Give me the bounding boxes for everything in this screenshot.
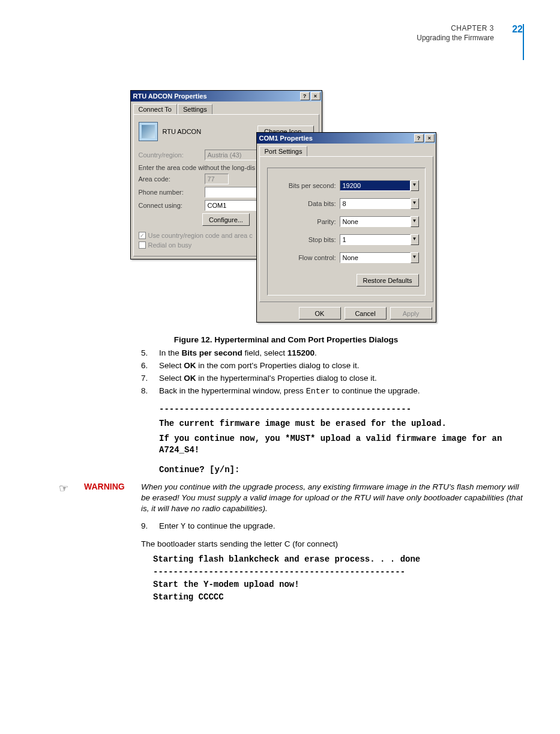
figure-12: RTU ADCON Properties ? × Connect To Sett… [48, 90, 524, 330]
areacode-field: 77 [205, 174, 229, 184]
redial-checkbox [139, 241, 146, 249]
warning-icon: ☞ [48, 482, 84, 515]
step-number: 9. [141, 521, 159, 533]
step-number: 6. [141, 360, 159, 372]
redial-label: Redial on busy [148, 241, 192, 249]
cancel-button[interactable]: Cancel [345, 307, 387, 320]
country-label: Country/region: [139, 151, 205, 159]
step-number: 8. [141, 386, 159, 398]
chapter-label: CHAPTER 3 [48, 24, 494, 32]
bps-select[interactable]: 19200 [340, 180, 411, 191]
step-number: 5. [141, 348, 159, 359]
chapter-subtitle: Upgrading the Firmware [48, 34, 494, 42]
figure-caption: Figure 12. Hyperterminal and Com Port Pr… [48, 335, 524, 344]
configure-button[interactable]: Configure... [202, 213, 250, 226]
tab-connect-to[interactable]: Connect To [133, 104, 177, 114]
databits-label: Data bits: [274, 200, 340, 207]
warning-label: WARNING [84, 482, 141, 515]
bps-label: Bits per second: [274, 182, 340, 189]
step-6: Select OK in the com port's Properties d… [159, 360, 524, 372]
flow-select[interactable]: None [340, 252, 411, 263]
flow-label: Flow control: [274, 254, 340, 261]
dialog-title: COM1 Properties [259, 135, 313, 142]
dialog-title: RTU ADCON Properties [133, 93, 207, 100]
terminal-output-2: Starting flash blankcheck and erase proc… [153, 553, 524, 604]
terminal-output-1: ----------------------------------------… [159, 404, 524, 476]
dropdown-icon[interactable]: ▼ [411, 234, 419, 245]
step-7: Select OK in the hyperterminal's Propert… [159, 373, 524, 384]
connection-icon [139, 122, 158, 141]
ok-button[interactable]: OK [299, 307, 341, 320]
stopbits-label: Stop bits: [274, 236, 340, 243]
step-number: 7. [141, 373, 159, 384]
use-country-checkbox: ✓ [139, 232, 146, 239]
step-8: Back in the hyperterminal window, press … [159, 386, 524, 398]
help-button[interactable]: ? [414, 134, 424, 142]
dropdown-icon[interactable]: ▼ [411, 198, 419, 209]
stopbits-select[interactable]: 1 [340, 234, 411, 245]
close-button[interactable]: × [425, 134, 435, 142]
warning-text: When you continue with the upgrade proce… [141, 482, 524, 515]
parity-label: Parity: [274, 218, 340, 225]
help-button[interactable]: ? [300, 92, 310, 100]
tab-settings[interactable]: Settings [178, 104, 212, 114]
connect-using-label: Connect using: [139, 202, 205, 209]
dropdown-icon[interactable]: ▼ [411, 252, 419, 263]
paragraph-bootloader: The bootloader starts sending the letter… [141, 539, 524, 550]
databits-select[interactable]: 8 [340, 198, 411, 209]
use-country-label: Use country/region code and area c [148, 232, 253, 239]
step-9: Enter Y to continue the upgrade. [159, 521, 524, 533]
apply-button: Apply [390, 307, 432, 320]
step-5: In the Bits per second field, select 115… [159, 348, 524, 359]
tab-port-settings[interactable]: Port Settings [259, 146, 308, 156]
close-button[interactable]: × [311, 92, 321, 100]
parity-select[interactable]: None [340, 216, 411, 227]
dropdown-icon[interactable]: ▼ [411, 180, 419, 191]
phone-label: Phone number: [139, 189, 205, 196]
restore-defaults-button[interactable]: Restore Defaults [357, 274, 419, 287]
dropdown-icon[interactable]: ▼ [411, 216, 419, 227]
page-number: 22 [499, 24, 523, 35]
com1-properties-dialog: COM1 Properties ? × Port Settings Bits p… [256, 132, 436, 323]
connection-name: RTU ADCON [163, 128, 257, 135]
areacode-label: Area code: [139, 175, 205, 183]
